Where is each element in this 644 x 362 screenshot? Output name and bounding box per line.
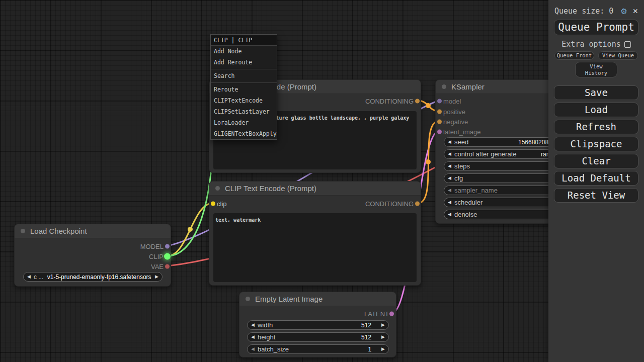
decrement-arrow-icon[interactable]: ◀ — [251, 347, 255, 351]
negative-input-dot[interactable] — [437, 120, 442, 124]
context-menu: CLIP | CLIP Add Node Add Reroute Search … — [210, 34, 277, 140]
menu-item-cliptextencode[interactable]: CLIPTextEncode — [211, 95, 277, 106]
clip-input-dot[interactable] — [211, 202, 215, 206]
clipspace-button[interactable]: Clipspace — [554, 137, 638, 151]
decrement-arrow-icon[interactable]: ◀ — [27, 275, 31, 279]
queue-front-button[interactable]: Queue Front — [554, 51, 594, 60]
increment-arrow-icon[interactable]: ▶ — [381, 323, 385, 327]
save-button[interactable]: Save — [554, 85, 638, 100]
increment-arrow-icon[interactable]: ▶ — [381, 335, 385, 339]
model-input-dot[interactable] — [437, 99, 442, 104]
output-latent: LATENT — [239, 310, 396, 318]
conditioning-output-dot[interactable] — [415, 99, 420, 104]
collapse-dot-icon[interactable] — [442, 84, 446, 89]
decrement-arrow-icon[interactable]: ◀ — [448, 164, 451, 168]
node-title: Empty Latent Image — [255, 295, 323, 303]
height-widget[interactable]: ◀ height 512 ▶ — [247, 332, 389, 342]
node-title: Load Checkpoint — [30, 227, 87, 235]
load-default-button[interactable]: Load Default — [554, 171, 638, 186]
view-queue-button[interactable]: View Queue — [598, 51, 638, 60]
latent-output-dot[interactable] — [389, 312, 394, 316]
close-icon[interactable]: ✕ — [630, 7, 638, 15]
positive-input-dot[interactable] — [437, 110, 442, 114]
ckpt-name-widget[interactable]: ◀ c ... v1-5-pruned-emaonly-fp16.safeten… — [23, 272, 163, 282]
slot-row: clip CONDITIONING — [209, 200, 421, 208]
extra-options-checkbox[interactable] — [624, 41, 631, 48]
menu-item-clipsetlastlayer[interactable]: CLIPSetLastLayer — [211, 106, 277, 117]
model-output-dot[interactable] — [165, 244, 170, 249]
node-title-bar[interactable]: Empty Latent Image — [239, 292, 396, 306]
decrement-arrow-icon[interactable]: ◀ — [251, 335, 255, 339]
collapse-dot-icon[interactable] — [215, 186, 220, 191]
decrement-arrow-icon[interactable]: ◀ — [448, 140, 451, 144]
menu-item-add-reroute[interactable]: Add Reroute — [211, 57, 277, 68]
context-menu-title: CLIP | CLIP — [211, 35, 277, 46]
collapse-dot-icon[interactable] — [246, 297, 250, 301]
menu-item-add-node[interactable]: Add Node — [211, 46, 277, 57]
menu-item-reroute[interactable]: Reroute — [211, 84, 277, 95]
decrement-arrow-icon[interactable]: ◀ — [448, 212, 451, 217]
view-history-button[interactable]: View History — [575, 62, 617, 77]
increment-arrow-icon[interactable]: ▶ — [381, 347, 385, 351]
widget-value: v1-5-pruned-emaonly-fp16.safetensors — [47, 274, 151, 281]
batch-size-widget[interactable]: ◀ batch_size 1 ▶ — [247, 344, 389, 354]
comfyui-app: Load Checkpoint MODEL CLIP VAE ◀ c ... v… — [0, 0, 644, 362]
decrement-arrow-icon[interactable]: ◀ — [448, 152, 451, 156]
widget-label: c ... — [34, 274, 43, 281]
refresh-button[interactable]: Refresh — [554, 120, 638, 134]
widget-value: 512 — [361, 322, 371, 329]
node-load-checkpoint[interactable]: Load Checkpoint MODEL CLIP VAE ◀ c ... v… — [14, 224, 171, 287]
reset-view-button[interactable]: Reset View — [554, 188, 638, 203]
menu-item-search[interactable]: Search — [211, 70, 277, 81]
link-dot-clip — [188, 227, 193, 232]
settings-gear-icon[interactable]: ⚙ — [621, 6, 626, 16]
node-title-bar[interactable]: CLIP Text Encode (Prompt) — [209, 182, 421, 196]
node-title-bar[interactable]: Load Checkpoint — [15, 224, 171, 238]
menu-item-gligentextboxapply[interactable]: GLIGENTextBoxApply — [211, 128, 277, 139]
node-clip-text-encode-2[interactable]: CLIP Text Encode (Prompt) clip CONDITION… — [209, 181, 421, 286]
width-widget[interactable]: ◀ width 512 ▶ — [247, 320, 389, 330]
prompt-textarea[interactable]: text, watermark — [213, 213, 417, 282]
clear-button[interactable]: Clear — [554, 154, 638, 168]
extra-options-label: Extra options — [561, 40, 620, 49]
widget-value: 1566802087 — [518, 139, 552, 146]
output-vae: VAE — [15, 262, 171, 270]
node-title: KSampler — [451, 82, 485, 91]
menu-separator — [211, 82, 277, 83]
output-clip: CLIP — [15, 252, 171, 260]
widget-value: 1 — [368, 346, 371, 353]
decrement-arrow-icon[interactable]: ◀ — [448, 176, 451, 180]
node-title: CLIP Text Encode (Prompt) — [225, 184, 316, 193]
conditioning-output-dot[interactable] — [415, 202, 420, 206]
clip-output-dot-active[interactable] — [164, 253, 171, 260]
vae-output-dot[interactable] — [165, 264, 170, 269]
output-model: MODEL — [15, 242, 171, 250]
collapse-dot-icon[interactable] — [21, 229, 25, 233]
link-dot-negative — [426, 159, 431, 164]
increment-arrow-icon[interactable]: ▶ — [155, 275, 158, 279]
decrement-arrow-icon[interactable]: ◀ — [251, 323, 255, 327]
decrement-arrow-icon[interactable]: ◀ — [448, 200, 451, 205]
decrement-arrow-icon[interactable]: ◀ — [448, 188, 451, 193]
queue-prompt-button[interactable]: Queue Prompt — [554, 20, 638, 35]
widget-value: 512 — [361, 334, 371, 341]
menu-separator — [211, 69, 277, 69]
link-dot-positive — [426, 103, 431, 108]
load-button[interactable]: Load — [554, 103, 638, 117]
queue-size-label: Queue size: 0 — [554, 7, 613, 16]
comfy-menu-panel: Queue size: 0 ⚙ ✕ Queue Prompt Extra opt… — [548, 0, 644, 362]
latent-image-input-dot[interactable] — [437, 130, 442, 134]
node-empty-latent-image[interactable]: Empty Latent Image LATENT ◀ width 512 ▶ … — [239, 292, 396, 357]
menu-item-loraloader[interactable]: LoraLoader — [211, 117, 277, 128]
